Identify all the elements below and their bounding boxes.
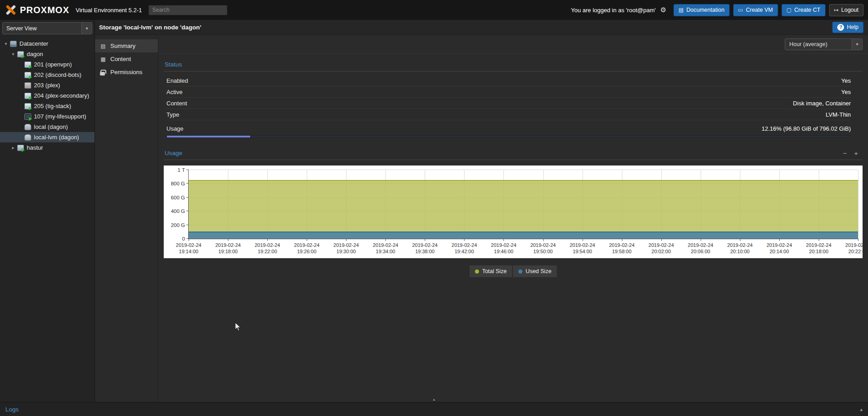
- x-axis-label-time: 19:50:00: [530, 248, 555, 255]
- ct-stopped-icon: [24, 82, 31, 89]
- tree-item-label: local-lvm (dagon): [34, 134, 79, 141]
- tree-item-label: 201 (openvpn): [34, 61, 72, 68]
- x-tick: [779, 239, 780, 241]
- plus-icon[interactable]: +: [854, 150, 858, 156]
- status-row: ActiveYes: [166, 86, 851, 98]
- help-button[interactable]: ? Help: [832, 22, 863, 33]
- tree-item-202[interactable]: 202 (discord-bots): [0, 70, 95, 80]
- tree-item-label: 202 (discord-bots): [34, 71, 81, 78]
- x-axis-label-date: 2019-02-24: [569, 242, 595, 248]
- tab-label: Summary: [110, 43, 136, 49]
- tree-item-205[interactable]: 205 (tig-stack): [0, 101, 95, 111]
- view-selector[interactable]: Server View ▾: [2, 22, 92, 34]
- caret-down-icon[interactable]: ▾: [3, 41, 9, 46]
- tree-item-label: 107 (my-lifesupport): [34, 113, 86, 120]
- tree-item-204[interactable]: 204 (plex-secondary): [0, 90, 95, 101]
- create-ct-button[interactable]: ▢Create CT: [782, 4, 825, 16]
- login-status-text: You are logged in as 'root@pam': [571, 7, 656, 14]
- documentation-button[interactable]: ▤Documentation: [674, 4, 729, 16]
- topbar-left: PROXMOX Virtual Environment 5.2-1: [5, 5, 228, 15]
- create-vm-button-label: Create VM: [746, 7, 773, 13]
- x-tick: [701, 239, 701, 241]
- question-icon: ?: [837, 24, 844, 31]
- x-tick: [503, 239, 504, 241]
- logs-bar[interactable]: Logs ▴: [0, 402, 868, 416]
- chart-plot-area: 0200 G400 G600 G800 G1 T2019-02-2419:14:…: [188, 170, 858, 239]
- y-axis-label: 1 T: [178, 167, 185, 173]
- x-axis-label: 2019-02-2419:46:00: [491, 242, 516, 255]
- create-vm-button[interactable]: ▭Create VM: [733, 4, 778, 16]
- tree-item-203[interactable]: 203 (plex): [0, 80, 95, 90]
- tree-item-local[interactable]: local (dagon): [0, 122, 95, 132]
- y-axis-label: 200 G: [171, 222, 185, 228]
- y-axis-label: 0: [182, 236, 185, 241]
- minus-icon[interactable]: −: [843, 150, 847, 156]
- status-row-value: LVM-Thin: [826, 111, 851, 118]
- x-axis-label-date: 2019-02-24: [649, 242, 674, 248]
- tab-label: Content: [110, 56, 131, 62]
- x-tick: [346, 239, 346, 241]
- tree-item-dagon[interactable]: ▾dagon: [0, 49, 95, 59]
- main-row: Server View ▾ ▾Datacenter▾dagon201 (open…: [0, 20, 868, 402]
- legend-dot: [518, 269, 522, 274]
- x-axis-label: 2019-02-2420:02:00: [649, 242, 674, 255]
- x-tick: [543, 239, 544, 241]
- tab-summary[interactable]: ▤Summary: [95, 39, 158, 52]
- x-axis-label-date: 2019-02-24: [845, 242, 863, 248]
- tab-content[interactable]: ▦Content: [95, 52, 158, 66]
- x-axis-label-time: 20:18:00: [806, 248, 831, 255]
- x-axis-label: 2019-02-2420:10:00: [727, 242, 753, 255]
- legend-item-total-size[interactable]: Total Size: [470, 265, 512, 277]
- legend-label: Total Size: [482, 268, 507, 274]
- summary-toolbar: Hour (average) ▾: [158, 35, 868, 54]
- logs-expand-icon[interactable]: ▴: [860, 407, 863, 412]
- version-text: Virtual Environment 5.2-1: [76, 7, 142, 14]
- logs-collapse-handle[interactable]: ▴: [426, 397, 442, 402]
- status-row-label: Type: [166, 111, 179, 118]
- topbar-right: You are logged in as 'root@pam' ⚙ ▤Docum…: [571, 4, 863, 16]
- tree-item-local-lvm[interactable]: local-lvm (dagon): [0, 132, 95, 142]
- x-tick: [622, 239, 622, 241]
- storage-icon: [24, 124, 31, 130]
- caret-right-icon[interactable]: ▸: [10, 145, 16, 150]
- x-axis-label: 2019-02-2419:38:00: [412, 242, 437, 255]
- search-input[interactable]: [148, 5, 228, 15]
- chevron-down-icon: ▾: [852, 39, 862, 50]
- list-icon: ▤: [100, 43, 106, 49]
- status-row: EnabledYes: [166, 75, 851, 86]
- x-tick: [267, 239, 268, 241]
- x-axis-label: 2019-02-2419:50:00: [530, 242, 555, 255]
- x-axis-label: 2019-02-2419:42:00: [451, 242, 477, 255]
- tree-item-201[interactable]: 201 (openvpn): [0, 59, 95, 70]
- tab-permissions[interactable]: Permissions: [95, 66, 158, 79]
- grid-icon: ▦: [100, 56, 106, 62]
- top-bar: PROXMOX Virtual Environment 5.2-1 You ar…: [0, 0, 868, 20]
- node-running-icon: [17, 51, 24, 57]
- logs-label: Logs: [5, 406, 19, 413]
- usage-progress-bar: [166, 135, 851, 138]
- tree-item-107[interactable]: 107 (my-lifesupport): [0, 111, 95, 122]
- x-axis-label-date: 2019-02-24: [215, 242, 241, 248]
- x-axis-label-date: 2019-02-24: [176, 242, 201, 248]
- y-axis-label: 400 G: [171, 208, 185, 214]
- content-body: ▤Summary▦ContentPermissions Hour (averag…: [95, 35, 868, 402]
- tree-item-datacenter[interactable]: ▾Datacenter: [0, 38, 95, 49]
- usage-panel: Usage −+ 0200 G400 G600 G800 G1 T2019-02…: [158, 146, 868, 277]
- gear-icon[interactable]: ⚙: [660, 6, 666, 14]
- x-axis-label-date: 2019-02-24: [294, 242, 319, 248]
- vm-running-icon: [24, 113, 31, 120]
- page-title: Storage 'local-lvm' on node 'dagon': [99, 24, 201, 31]
- x-axis-label-date: 2019-02-24: [688, 242, 713, 248]
- status-row-value: Disk image, Container: [793, 100, 851, 107]
- cube-icon: ▢: [787, 7, 792, 13]
- legend-label: Used Size: [526, 268, 551, 274]
- legend-item-used-size[interactable]: Used Size: [513, 265, 557, 277]
- tree-item-hastur[interactable]: ▸hastur: [0, 142, 95, 153]
- logout-button[interactable]: ↦Logout: [829, 4, 863, 16]
- x-axis-label: 2019-02-2420:06:00: [688, 242, 713, 255]
- gridline-v: [858, 170, 859, 239]
- x-axis-label-time: 19:30:00: [333, 248, 359, 255]
- documentation-button-label: Documentation: [687, 7, 725, 13]
- time-range-select[interactable]: Hour (average) ▾: [785, 38, 863, 50]
- caret-down-icon[interactable]: ▾: [10, 52, 16, 57]
